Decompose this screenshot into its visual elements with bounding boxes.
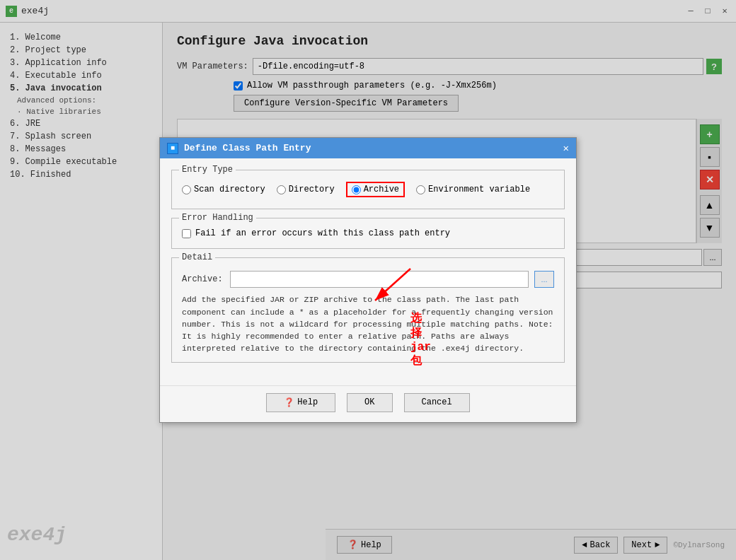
dialog-title: Define Class Path Entry	[184, 143, 558, 153]
dialog-cancel-button[interactable]: Cancel	[404, 393, 470, 412]
error-handling-legend: Error Handling	[179, 213, 256, 223]
fail-if-error-checkbox[interactable]	[182, 229, 191, 238]
radio-options-row: Scan directory Directory Archive Environ…	[182, 177, 554, 202]
entry-type-legend: Entry Type	[179, 165, 236, 175]
dialog-footer: ❓ Help OK Cancel	[160, 385, 576, 422]
archive-row: Archive: ...	[182, 271, 554, 288]
dialog-help-label: Help	[297, 397, 318, 407]
archive-input[interactable]	[230, 271, 529, 288]
error-handling-section: Error Handling Fail if an error occurs w…	[171, 218, 565, 249]
dialog-body: Entry Type Scan directory Directory Arch…	[160, 158, 576, 382]
radio-directory[interactable]: Directory	[277, 185, 335, 194]
dialog-icon: ■	[167, 143, 178, 154]
archive-label: Archive:	[182, 274, 224, 284]
dialog-overlay: ■ Define Class Path Entry ✕ Entry Type S…	[0, 0, 736, 560]
dialog-ok-button[interactable]: OK	[347, 393, 392, 412]
radio-archive[interactable]: Archive	[346, 182, 405, 197]
detail-section: Detail Archive: ... Add the specified JA…	[171, 257, 565, 362]
radio-environment-variable[interactable]: Environment variable	[416, 185, 530, 194]
dialog-titlebar: ■ Define Class Path Entry ✕	[160, 138, 576, 158]
dialog-close-button[interactable]: ✕	[563, 142, 569, 154]
browse-button[interactable]: ...	[534, 271, 554, 288]
archive-description: Add the specified JAR or ZIP archive to …	[182, 293, 554, 354]
dialog-help-icon: ❓	[284, 397, 294, 408]
fail-if-error-label: Fail if an error occurs with this class …	[195, 228, 450, 238]
entry-type-section: Entry Type Scan directory Directory Arch…	[171, 170, 565, 209]
dialog-help-button[interactable]: ❓ Help	[266, 393, 335, 412]
define-class-path-dialog: ■ Define Class Path Entry ✕ Entry Type S…	[159, 137, 577, 422]
radio-scan-directory[interactable]: Scan directory	[182, 185, 265, 194]
detail-legend: Detail	[179, 252, 215, 262]
fail-if-error-row: Fail if an error occurs with this class …	[182, 226, 554, 241]
